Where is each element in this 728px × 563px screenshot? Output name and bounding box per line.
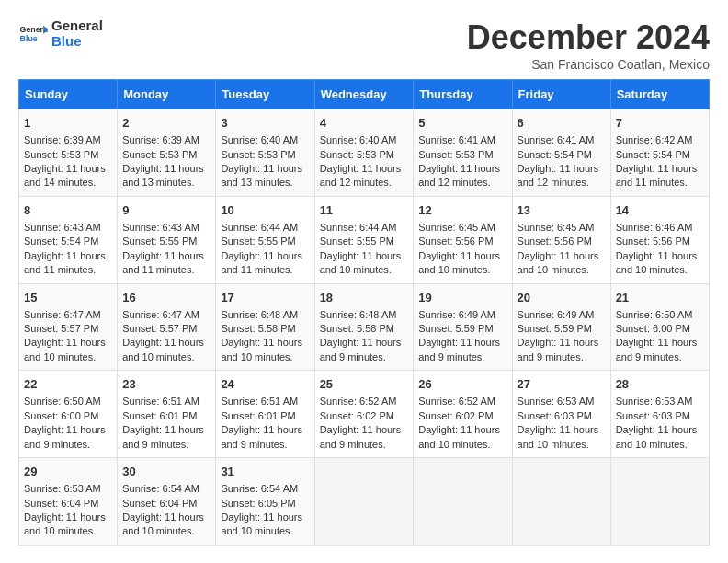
daylight-text: Daylight: 11 hours and 9 minutes. xyxy=(24,424,106,449)
calendar-cell: 12Sunrise: 6:45 AMSunset: 5:56 PMDayligh… xyxy=(414,196,512,283)
calendar-cell: 4Sunrise: 6:40 AMSunset: 5:53 PMDaylight… xyxy=(314,109,414,197)
calendar-cell: 8Sunrise: 6:43 AMSunset: 5:54 PMDaylight… xyxy=(19,196,118,283)
day-number: 19 xyxy=(418,290,506,306)
calendar-cell: 10Sunrise: 6:44 AMSunset: 5:55 PMDayligh… xyxy=(216,196,314,283)
day-number: 5 xyxy=(418,115,506,132)
daylight-text: Daylight: 11 hours and 10 minutes. xyxy=(221,337,302,362)
sunset-text: Sunset: 5:53 PM xyxy=(320,149,394,160)
day-number: 9 xyxy=(122,202,210,219)
daylight-text: Daylight: 11 hours and 9 minutes. xyxy=(518,337,599,362)
sunset-text: Sunset: 5:55 PM xyxy=(320,236,394,247)
day-number: 2 xyxy=(122,115,210,132)
sunrise-text: Sunrise: 6:46 AM xyxy=(616,222,693,233)
day-number: 28 xyxy=(616,376,704,393)
sunset-text: Sunset: 5:53 PM xyxy=(122,149,197,160)
calendar-cell: 17Sunrise: 6:48 AMSunset: 5:58 PMDayligh… xyxy=(216,283,314,371)
day-number: 17 xyxy=(221,290,309,306)
daylight-text: Daylight: 11 hours and 9 minutes. xyxy=(418,337,500,362)
sunrise-text: Sunrise: 6:54 AM xyxy=(122,483,199,494)
day-number: 16 xyxy=(122,290,210,306)
day-number: 25 xyxy=(320,376,409,393)
day-number: 12 xyxy=(418,202,506,219)
day-number: 6 xyxy=(518,115,606,132)
daylight-text: Daylight: 11 hours and 10 minutes. xyxy=(418,250,500,275)
sunset-text: Sunset: 5:54 PM xyxy=(24,236,98,247)
sunset-text: Sunset: 5:53 PM xyxy=(221,149,295,160)
daylight-text: Daylight: 11 hours and 14 minutes. xyxy=(24,163,106,188)
sunrise-text: Sunrise: 6:48 AM xyxy=(221,309,298,320)
calendar-cell: 15Sunrise: 6:47 AMSunset: 5:57 PMDayligh… xyxy=(19,283,118,371)
calendar-cell: 25Sunrise: 6:52 AMSunset: 6:02 PMDayligh… xyxy=(314,371,414,458)
sunrise-text: Sunrise: 6:53 AM xyxy=(24,483,101,494)
daylight-text: Daylight: 11 hours and 10 minutes. xyxy=(221,511,302,536)
calendar-cell: 28Sunrise: 6:53 AMSunset: 6:03 PMDayligh… xyxy=(610,371,709,458)
sunset-text: Sunset: 6:00 PM xyxy=(616,323,690,334)
calendar-cell: 18Sunrise: 6:48 AMSunset: 5:58 PMDayligh… xyxy=(314,283,414,371)
sunrise-text: Sunrise: 6:41 AM xyxy=(518,134,595,145)
daylight-text: Daylight: 11 hours and 12 minutes. xyxy=(320,163,402,188)
sunset-text: Sunset: 6:00 PM xyxy=(24,410,98,421)
calendar-cell: 7Sunrise: 6:42 AMSunset: 5:54 PMDaylight… xyxy=(610,109,709,197)
daylight-text: Daylight: 11 hours and 10 minutes. xyxy=(122,511,204,536)
svg-text:Blue: Blue xyxy=(20,34,38,43)
day-number: 31 xyxy=(221,464,309,480)
day-number: 8 xyxy=(24,202,112,219)
calendar-cell: 11Sunrise: 6:44 AMSunset: 5:55 PMDayligh… xyxy=(314,196,414,283)
calendar-cell xyxy=(610,458,709,546)
daylight-text: Daylight: 11 hours and 12 minutes. xyxy=(418,163,500,188)
day-of-week-header: Saturday xyxy=(610,80,709,109)
calendar-cell: 2Sunrise: 6:39 AMSunset: 5:53 PMDaylight… xyxy=(118,109,216,197)
daylight-text: Daylight: 11 hours and 9 minutes. xyxy=(320,337,402,362)
page-header: General Blue General Blue December 2024 … xyxy=(18,18,710,72)
sunset-text: Sunset: 5:53 PM xyxy=(418,149,493,160)
day-of-week-header: Thursday xyxy=(414,80,512,109)
sunset-text: Sunset: 5:56 PM xyxy=(418,236,493,247)
sunrise-text: Sunrise: 6:48 AM xyxy=(320,309,397,320)
calendar-cell: 21Sunrise: 6:50 AMSunset: 6:00 PMDayligh… xyxy=(610,283,709,371)
sunrise-text: Sunrise: 6:40 AM xyxy=(320,134,397,145)
location-text: San Francisco Coatlan, Mexico xyxy=(467,57,710,72)
day-number: 27 xyxy=(518,376,606,393)
day-of-week-header: Tuesday xyxy=(216,80,314,109)
daylight-text: Daylight: 11 hours and 10 minutes. xyxy=(122,337,204,362)
calendar-table: SundayMondayTuesdayWednesdayThursdayFrid… xyxy=(18,79,710,546)
daylight-text: Daylight: 11 hours and 9 minutes. xyxy=(616,337,698,362)
daylight-text: Daylight: 11 hours and 12 minutes. xyxy=(518,163,599,188)
calendar-cell: 27Sunrise: 6:53 AMSunset: 6:03 PMDayligh… xyxy=(512,371,610,458)
sunrise-text: Sunrise: 6:43 AM xyxy=(122,222,199,233)
day-of-week-header: Wednesday xyxy=(314,80,414,109)
sunrise-text: Sunrise: 6:50 AM xyxy=(24,396,101,407)
day-number: 18 xyxy=(320,290,409,306)
calendar-week-row: 22Sunrise: 6:50 AMSunset: 6:00 PMDayligh… xyxy=(19,371,710,458)
calendar-cell: 29Sunrise: 6:53 AMSunset: 6:04 PMDayligh… xyxy=(19,458,118,546)
sunset-text: Sunset: 6:03 PM xyxy=(616,410,690,421)
sunrise-text: Sunrise: 6:47 AM xyxy=(122,309,199,320)
calendar-week-row: 8Sunrise: 6:43 AMSunset: 5:54 PMDaylight… xyxy=(19,196,710,283)
daylight-text: Daylight: 11 hours and 13 minutes. xyxy=(122,163,204,188)
day-number: 14 xyxy=(616,202,704,219)
day-number: 10 xyxy=(221,202,309,219)
daylight-text: Daylight: 11 hours and 9 minutes. xyxy=(122,424,204,449)
calendar-cell xyxy=(314,458,414,546)
calendar-cell: 19Sunrise: 6:49 AMSunset: 5:59 PMDayligh… xyxy=(414,283,512,371)
calendar-cell: 20Sunrise: 6:49 AMSunset: 5:59 PMDayligh… xyxy=(512,283,610,371)
day-number: 20 xyxy=(518,290,606,306)
calendar-cell xyxy=(414,458,512,546)
sunrise-text: Sunrise: 6:50 AM xyxy=(616,309,693,320)
sunrise-text: Sunrise: 6:39 AM xyxy=(122,134,199,145)
logo[interactable]: General Blue General Blue xyxy=(18,18,103,49)
sunrise-text: Sunrise: 6:47 AM xyxy=(24,309,101,320)
day-number: 1 xyxy=(24,115,112,132)
sunrise-text: Sunrise: 6:49 AM xyxy=(518,309,595,320)
sunrise-text: Sunrise: 6:49 AM xyxy=(418,309,495,320)
calendar-cell: 5Sunrise: 6:41 AMSunset: 5:53 PMDaylight… xyxy=(414,109,512,197)
calendar-week-row: 15Sunrise: 6:47 AMSunset: 5:57 PMDayligh… xyxy=(19,283,710,371)
logo-general-text: General xyxy=(51,18,103,34)
sunset-text: Sunset: 6:02 PM xyxy=(320,410,394,421)
daylight-text: Daylight: 11 hours and 9 minutes. xyxy=(320,424,402,449)
sunrise-text: Sunrise: 6:43 AM xyxy=(24,222,101,233)
sunrise-text: Sunrise: 6:41 AM xyxy=(418,134,495,145)
day-number: 11 xyxy=(320,202,409,219)
daylight-text: Daylight: 11 hours and 9 minutes. xyxy=(221,424,302,449)
logo-icon: General Blue xyxy=(18,19,48,49)
